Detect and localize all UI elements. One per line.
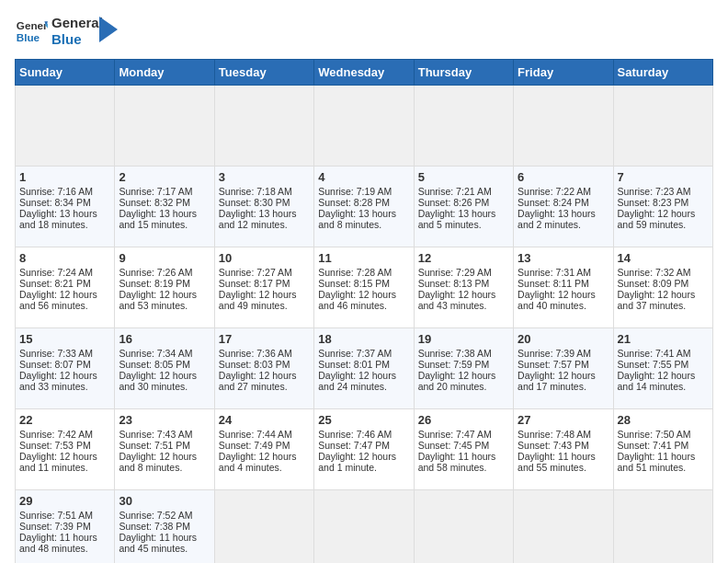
sunset-text: Sunset: 7:41 PM bbox=[618, 440, 709, 451]
day-cell: 20Sunrise: 7:39 AMSunset: 7:57 PMDayligh… bbox=[514, 328, 613, 409]
sunrise-text: Sunrise: 7:50 AM bbox=[618, 429, 709, 440]
sunset-text: Sunset: 7:59 PM bbox=[418, 359, 509, 370]
week-row-0 bbox=[16, 86, 713, 167]
sunrise-text: Sunrise: 7:34 AM bbox=[119, 348, 210, 359]
daylight-text: Daylight: 12 hours and 33 minutes. bbox=[19, 370, 110, 392]
daylight-text: Daylight: 12 hours and 53 minutes. bbox=[119, 289, 210, 311]
day-number: 26 bbox=[418, 413, 509, 427]
daylight-text: Daylight: 11 hours and 51 minutes. bbox=[618, 451, 709, 473]
sunset-text: Sunset: 7:51 PM bbox=[119, 440, 210, 451]
daylight-text: Daylight: 13 hours and 18 minutes. bbox=[19, 208, 110, 230]
sunset-text: Sunset: 8:26 PM bbox=[418, 197, 509, 208]
day-cell: 3Sunrise: 7:18 AMSunset: 8:30 PMDaylight… bbox=[214, 167, 313, 247]
week-row-4: 22Sunrise: 7:42 AMSunset: 7:53 PMDayligh… bbox=[16, 409, 713, 490]
sunset-text: Sunset: 8:23 PM bbox=[618, 197, 709, 208]
day-number: 19 bbox=[418, 332, 509, 346]
logo-icon: General Blue bbox=[15, 15, 48, 48]
sunrise-text: Sunrise: 7:36 AM bbox=[219, 348, 310, 359]
daylight-text: Daylight: 13 hours and 12 minutes. bbox=[219, 208, 310, 230]
sunrise-text: Sunrise: 7:38 AM bbox=[418, 348, 509, 359]
day-number: 30 bbox=[119, 494, 210, 508]
sunrise-text: Sunrise: 7:43 AM bbox=[119, 429, 210, 440]
day-cell bbox=[613, 490, 712, 564]
sunset-text: Sunset: 8:19 PM bbox=[119, 278, 210, 289]
day-cell: 11Sunrise: 7:28 AMSunset: 8:15 PMDayligh… bbox=[314, 247, 414, 328]
day-cell: 15Sunrise: 7:33 AMSunset: 8:07 PMDayligh… bbox=[16, 328, 115, 409]
day-number: 25 bbox=[318, 413, 409, 427]
day-cell: 1Sunrise: 7:16 AMSunset: 8:34 PMDaylight… bbox=[16, 167, 115, 247]
col-header-thursday: Thursday bbox=[414, 60, 513, 86]
week-row-5: 29Sunrise: 7:51 AMSunset: 7:39 PMDayligh… bbox=[16, 490, 713, 564]
sunset-text: Sunset: 8:32 PM bbox=[119, 197, 210, 208]
daylight-text: Daylight: 12 hours and 4 minutes. bbox=[219, 451, 310, 473]
day-cell: 6Sunrise: 7:22 AMSunset: 8:24 PMDaylight… bbox=[514, 167, 613, 247]
day-cell: 13Sunrise: 7:31 AMSunset: 8:11 PMDayligh… bbox=[514, 247, 613, 328]
sunset-text: Sunset: 8:15 PM bbox=[318, 278, 409, 289]
daylight-text: Daylight: 12 hours and 20 minutes. bbox=[418, 370, 509, 392]
day-cell: 29Sunrise: 7:51 AMSunset: 7:39 PMDayligh… bbox=[16, 490, 115, 564]
sunset-text: Sunset: 8:28 PM bbox=[318, 197, 409, 208]
sunrise-text: Sunrise: 7:46 AM bbox=[318, 429, 409, 440]
day-cell: 18Sunrise: 7:37 AMSunset: 8:01 PMDayligh… bbox=[314, 328, 414, 409]
daylight-text: Daylight: 12 hours and 40 minutes. bbox=[518, 289, 609, 311]
day-cell bbox=[214, 86, 313, 167]
sunrise-text: Sunrise: 7:44 AM bbox=[219, 429, 310, 440]
daylight-text: Daylight: 12 hours and 1 minute. bbox=[318, 451, 409, 473]
svg-marker-4 bbox=[99, 17, 118, 42]
sunset-text: Sunset: 8:13 PM bbox=[418, 278, 509, 289]
col-header-friday: Friday bbox=[514, 60, 613, 86]
sunrise-text: Sunrise: 7:21 AM bbox=[418, 186, 509, 197]
sunrise-text: Sunrise: 7:26 AM bbox=[119, 267, 210, 278]
sunrise-text: Sunrise: 7:27 AM bbox=[219, 267, 310, 278]
day-cell: 23Sunrise: 7:43 AMSunset: 7:51 PMDayligh… bbox=[115, 409, 214, 490]
svg-text:General: General bbox=[17, 19, 48, 31]
daylight-text: Daylight: 13 hours and 2 minutes. bbox=[518, 208, 609, 230]
daylight-text: Daylight: 12 hours and 30 minutes. bbox=[119, 370, 210, 392]
sunset-text: Sunset: 7:39 PM bbox=[19, 521, 110, 532]
sunset-text: Sunset: 7:49 PM bbox=[219, 440, 310, 451]
sunset-text: Sunset: 8:24 PM bbox=[518, 197, 609, 208]
sunset-text: Sunset: 7:38 PM bbox=[119, 521, 210, 532]
day-number: 7 bbox=[618, 170, 709, 184]
daylight-text: Daylight: 12 hours and 14 minutes. bbox=[618, 370, 709, 392]
daylight-text: Daylight: 12 hours and 11 minutes. bbox=[19, 451, 110, 473]
day-number: 15 bbox=[19, 332, 110, 346]
col-header-tuesday: Tuesday bbox=[214, 60, 313, 86]
sunrise-text: Sunrise: 7:19 AM bbox=[318, 186, 409, 197]
sunrise-text: Sunrise: 7:31 AM bbox=[518, 267, 609, 278]
sunrise-text: Sunrise: 7:41 AM bbox=[618, 348, 709, 359]
sunrise-text: Sunrise: 7:29 AM bbox=[418, 267, 509, 278]
day-number: 24 bbox=[219, 413, 310, 427]
day-number: 8 bbox=[19, 251, 110, 265]
day-number: 27 bbox=[518, 413, 609, 427]
page-container: General Blue General Blue SundayMondayTu… bbox=[15, 15, 713, 563]
day-cell: 7Sunrise: 7:23 AMSunset: 8:23 PMDaylight… bbox=[613, 167, 712, 247]
sunset-text: Sunset: 8:01 PM bbox=[318, 359, 409, 370]
day-number: 3 bbox=[219, 170, 310, 184]
day-cell bbox=[16, 86, 115, 167]
daylight-text: Daylight: 12 hours and 24 minutes. bbox=[318, 370, 409, 392]
day-cell: 2Sunrise: 7:17 AMSunset: 8:32 PMDaylight… bbox=[115, 167, 214, 247]
day-cell bbox=[414, 490, 513, 564]
daylight-text: Daylight: 12 hours and 8 minutes. bbox=[119, 451, 210, 473]
daylight-text: Daylight: 12 hours and 43 minutes. bbox=[418, 289, 509, 311]
sunset-text: Sunset: 8:21 PM bbox=[19, 278, 110, 289]
sunrise-text: Sunrise: 7:47 AM bbox=[418, 429, 509, 440]
day-number: 12 bbox=[418, 251, 509, 265]
sunset-text: Sunset: 7:53 PM bbox=[19, 440, 110, 451]
sunrise-text: Sunrise: 7:39 AM bbox=[518, 348, 609, 359]
daylight-text: Daylight: 11 hours and 55 minutes. bbox=[518, 451, 609, 473]
sunrise-text: Sunrise: 7:24 AM bbox=[19, 267, 110, 278]
sunrise-text: Sunrise: 7:42 AM bbox=[19, 429, 110, 440]
day-number: 5 bbox=[418, 170, 509, 184]
sunrise-text: Sunrise: 7:28 AM bbox=[318, 267, 409, 278]
day-number: 17 bbox=[219, 332, 310, 346]
sunset-text: Sunset: 8:34 PM bbox=[19, 197, 110, 208]
day-number: 6 bbox=[518, 170, 609, 184]
day-number: 14 bbox=[618, 251, 709, 265]
sunrise-text: Sunrise: 7:33 AM bbox=[19, 348, 110, 359]
day-cell: 27Sunrise: 7:48 AMSunset: 7:43 PMDayligh… bbox=[514, 409, 613, 490]
day-cell bbox=[314, 86, 414, 167]
daylight-text: Daylight: 11 hours and 48 minutes. bbox=[19, 532, 110, 554]
sunrise-text: Sunrise: 7:23 AM bbox=[618, 186, 709, 197]
